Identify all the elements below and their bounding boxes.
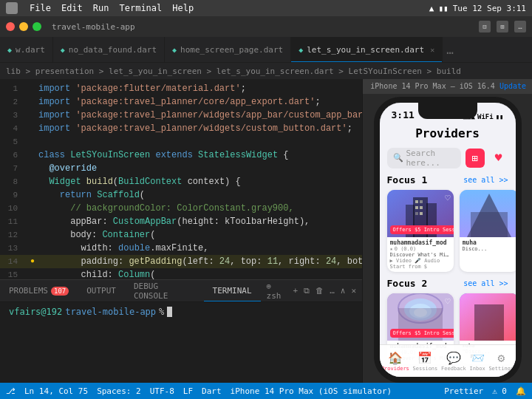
card-4-image: ♡ (460, 293, 516, 341)
menu-terminal[interactable]: Terminal (120, 3, 163, 13)
eol-indicator: LF (183, 386, 193, 396)
code-line-3: 3 import 'package:travel_planner/widgets… (0, 109, 362, 122)
card-2-image: ♡ (460, 190, 516, 237)
debug-console-tab[interactable]: DEBUG CONSOLE (125, 280, 204, 301)
panel-tabs: PROBLEMS 107 OUTPUT DEBUG CONSOLE TERMIN… (0, 280, 362, 302)
close-tab-icon[interactable]: ✕ (430, 46, 434, 54)
more-terminal-icon[interactable]: … (330, 286, 335, 296)
formatter-indicator: Prettier (444, 386, 483, 396)
status-bar: ⎇ Ln 14, Col 75 Spaces: 2 UTF-8 LF Dart … (0, 383, 532, 399)
card-1[interactable]: Offers $5 Intro Session ♡ muhammadasif_m… (387, 190, 454, 272)
more-tabs-icon[interactable]: … (443, 37, 457, 62)
focus2-header: Focus 2 see all >> (380, 275, 516, 290)
menu-help[interactable]: Help (172, 3, 194, 13)
video-label: ▶ Video (390, 258, 412, 264)
feedback-nav-icon: 💬 (446, 351, 461, 365)
nav-settings[interactable]: ⚙️ Settings (488, 351, 514, 372)
nav-inbox[interactable]: 📨 Inbox (470, 351, 485, 372)
settings-nav-label: Settings (488, 366, 514, 372)
status-right: Prettier ⚠ 0 🔔 (444, 386, 526, 396)
problems-badge: 107 (51, 287, 69, 296)
menu-run[interactable]: Run (93, 3, 109, 13)
search-row: 🔍 Search here... ⊞ ♥ (380, 145, 516, 171)
collapse-panel-icon[interactable]: ∧ (341, 286, 346, 296)
main-window: travel-mobile-app ⊟ ⊞ … ◆ w.dart ◆ no_da… (0, 16, 532, 399)
trash-icon[interactable]: 🗑 (316, 286, 324, 296)
focus1-title: Focus 1 (387, 174, 428, 185)
nav-providers[interactable]: 🏠 Providers (381, 351, 409, 372)
output-tab[interactable]: OUTPUT (78, 280, 125, 301)
terminal-prompt: vfairs@192 travel-mobile-app % (9, 307, 353, 317)
language-indicator[interactable]: Dart (202, 386, 222, 396)
phone-panel: iPhone 14 Pro Max — iOS 16.4 Update 3:11… (362, 79, 532, 383)
tabs-bar: ◆ w.dart ◆ no_data_found.dart ◆ home_scr… (0, 37, 532, 63)
code-line-6: 6 class LetSYouInScreen extends Stateles… (0, 149, 362, 162)
cursor (167, 307, 172, 317)
focus2-see-all[interactable]: see all >> (463, 279, 508, 287)
card-1-badge: Offers $5 Intro Session (390, 225, 454, 234)
close-button[interactable] (6, 22, 15, 31)
nav-sessions[interactable]: 📅 Sessions (413, 351, 438, 372)
tab-w-dart[interactable]: ◆ w.dart (0, 37, 53, 62)
code-editor[interactable]: 1 import 'package:flutter/material.dart'… (0, 79, 362, 279)
card-2-desc: Disco... (463, 246, 516, 252)
maximize-button[interactable] (33, 22, 41, 31)
title-icon-group: ⊟ ⊞ … (479, 21, 526, 33)
tab-home-screen[interactable]: ◆ home_screen_page.dart (165, 37, 291, 62)
system-icons: ▲ ▮▮ Tue 12 Sep 3:11 (429, 4, 526, 13)
phone-frame: 3:11 ▲▲▲ WiFi ▮▮ Providers (374, 97, 522, 383)
split-terminal-icon[interactable]: ⧉ (304, 286, 310, 296)
split-editor-icon[interactable]: ⊟ (479, 21, 491, 33)
search-icon: 🔍 (393, 153, 403, 163)
menu-edit[interactable]: Edit (61, 3, 83, 13)
terminal-tab[interactable]: TERMINAL (204, 280, 261, 301)
tab-no-data-found[interactable]: ◆ no_data_found.dart (53, 37, 165, 62)
card-3-heart-icon[interactable]: ♡ (445, 296, 450, 307)
more-actions-icon[interactable]: … (514, 21, 526, 33)
terminal-content[interactable]: vfairs@192 travel-mobile-app % (0, 302, 362, 383)
close-panel-icon[interactable]: ✕ (351, 286, 356, 296)
menu-file[interactable]: File (30, 3, 51, 13)
svg-rect-9 (420, 212, 423, 215)
ln-col: Ln 14, Col 75 (24, 386, 88, 396)
favorites-button[interactable]: ♥ (489, 149, 508, 168)
tab-let-s-you-in[interactable]: ◆ let_s_you_in_screen.dart ✕ (291, 37, 443, 62)
search-box[interactable]: 🔍 Search here... (387, 148, 461, 168)
inbox-nav-label: Inbox (470, 366, 485, 372)
add-terminal-icon[interactable]: + (293, 286, 299, 296)
encoding-indicator: UTF-8 (150, 386, 174, 396)
window-title: travel-mobile-app (52, 22, 135, 32)
audio-label: 🎤 Audio (415, 258, 440, 264)
svg-rect-12 (471, 212, 508, 237)
nav-feedback[interactable]: 💬 Feedback (441, 351, 466, 372)
filter-icon: ⊞ (471, 152, 477, 164)
code-line-7: 7 @override (0, 162, 362, 175)
minimize-button[interactable] (19, 22, 28, 31)
sessions-nav-icon: 📅 (417, 351, 432, 365)
phone-screen: 3:11 ▲▲▲ WiFi ▮▮ Providers (380, 103, 516, 377)
layout-icon[interactable]: ⊞ (497, 21, 508, 33)
battery-icon: ▮▮ (438, 4, 448, 13)
focus1-see-all[interactable]: see all >> (463, 176, 508, 184)
filter-button[interactable]: ⊞ (466, 149, 485, 168)
main-area: 1 import 'package:flutter/material.dart'… (0, 79, 532, 383)
card-1-price: Start from $ (390, 264, 451, 270)
prompt-user: vfairs@192 (9, 307, 62, 317)
phone-notch (418, 103, 477, 119)
code-line-10: 10 // backgroundColor: ColorConstant.gra… (0, 202, 362, 215)
card-2-user: muha (463, 239, 516, 246)
card-1-heart-icon[interactable]: ♡ (445, 193, 450, 203)
providers-nav-label: Providers (381, 366, 409, 372)
card-2[interactable]: ♡ muha Disco... (460, 190, 516, 272)
code-line-14: 14 ● padding: getPadding(left: 24, top: … (0, 255, 362, 268)
editor-panel[interactable]: 1 import 'package:flutter/material.dart'… (0, 79, 362, 383)
problems-tab[interactable]: PROBLEMS 107 (0, 280, 78, 301)
code-line-13: 13 width: double.maxFinite, (0, 242, 362, 255)
menu-items[interactable]: File Edit Run Terminal Help (30, 3, 194, 13)
app-header: Providers (380, 123, 516, 145)
code-line-4: 4 import 'package:travel_planner/widgets… (0, 122, 362, 135)
update-button[interactable]: Update (499, 82, 526, 90)
card-1-rating: ★ 0 (0.0) (390, 246, 451, 252)
focus1-header: Focus 1 see all >> (380, 171, 516, 187)
code-line-8: 8 Widget build(BuildContext context) { (0, 175, 362, 188)
